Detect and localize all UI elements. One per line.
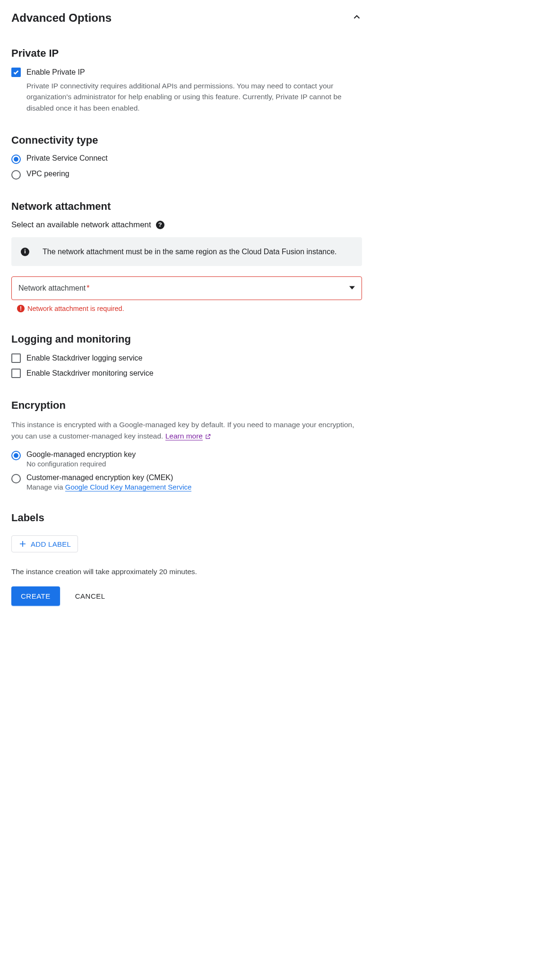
external-link-icon xyxy=(205,433,211,440)
stackdriver-logging-checkbox[interactable] xyxy=(11,353,21,363)
labels-heading: Labels xyxy=(11,512,362,524)
chevron-up-icon xyxy=(352,12,362,24)
encryption-section: Encryption This instance is encrypted wi… xyxy=(11,399,362,491)
cmek-subtext: Manage via Google Cloud Key Management S… xyxy=(26,483,362,491)
private-ip-description: Private IP connectivity requires additio… xyxy=(26,80,362,113)
google-managed-key-radio[interactable] xyxy=(11,451,21,460)
action-row: CREATE CANCEL xyxy=(11,586,362,606)
enable-private-ip-label: Enable Private IP xyxy=(26,67,362,77)
labels-section: Labels ADD LABEL xyxy=(11,512,362,552)
network-attachment-subtext: Select an available network attachment xyxy=(11,220,151,230)
network-attachment-heading: Network attachment xyxy=(11,200,362,213)
caret-down-icon xyxy=(349,284,355,292)
network-attachment-select[interactable]: Network attachment* xyxy=(11,276,362,300)
connectivity-type-section: Connectivity type Private Service Connec… xyxy=(11,134,362,180)
help-icon[interactable]: ? xyxy=(156,221,164,229)
plus-icon xyxy=(18,540,27,548)
connectivity-vpc-radio[interactable] xyxy=(11,170,21,180)
network-attachment-info-text: The network attachment must be in the sa… xyxy=(43,246,337,258)
encryption-description: This instance is encrypted with a Google… xyxy=(11,419,362,442)
add-label-button[interactable]: ADD LABEL xyxy=(11,535,78,552)
private-ip-heading: Private IP xyxy=(11,47,362,60)
network-attachment-error-text: Network attachment is required. xyxy=(27,305,124,312)
connectivity-psc-label: Private Service Connect xyxy=(26,154,362,163)
advanced-options-header[interactable]: Advanced Options xyxy=(11,11,362,25)
create-button[interactable]: CREATE xyxy=(11,586,60,606)
info-icon: i xyxy=(21,248,29,256)
advanced-options-title: Advanced Options xyxy=(11,11,112,25)
logging-heading: Logging and monitoring xyxy=(11,333,362,345)
encryption-heading: Encryption xyxy=(11,399,362,412)
network-attachment-placeholder: Network attachment* xyxy=(18,284,90,292)
connectivity-psc-radio[interactable] xyxy=(11,155,21,164)
connectivity-type-heading: Connectivity type xyxy=(11,134,362,146)
google-managed-key-label: Google-managed encryption key xyxy=(26,450,362,459)
enable-private-ip-checkbox[interactable] xyxy=(11,68,21,77)
error-icon: ! xyxy=(17,305,25,312)
stackdriver-logging-label: Enable Stackdriver logging service xyxy=(26,353,362,363)
cmek-radio[interactable] xyxy=(11,474,21,483)
cmek-label: Customer-managed encryption key (CMEK) xyxy=(26,473,362,482)
stackdriver-monitoring-checkbox[interactable] xyxy=(11,369,21,378)
cancel-button[interactable]: CANCEL xyxy=(73,586,107,606)
network-attachment-info-banner: i The network attachment must be in the … xyxy=(11,237,362,267)
stackdriver-monitoring-label: Enable Stackdriver monitoring service xyxy=(26,368,362,378)
private-ip-section: Private IP Enable Private IP Private IP … xyxy=(11,47,362,113)
kms-link[interactable]: Google Cloud Key Management Service xyxy=(65,483,192,491)
network-attachment-section: Network attachment Select an available n… xyxy=(11,200,362,313)
logging-section: Logging and monitoring Enable Stackdrive… xyxy=(11,333,362,378)
creation-time-notice: The instance creation will take approxim… xyxy=(11,568,362,576)
encryption-learn-more-link[interactable]: Learn more xyxy=(165,432,203,440)
network-attachment-error: ! Network attachment is required. xyxy=(11,305,362,312)
google-managed-key-subtext: No configuration required xyxy=(26,460,362,468)
connectivity-vpc-label: VPC peering xyxy=(26,170,362,178)
